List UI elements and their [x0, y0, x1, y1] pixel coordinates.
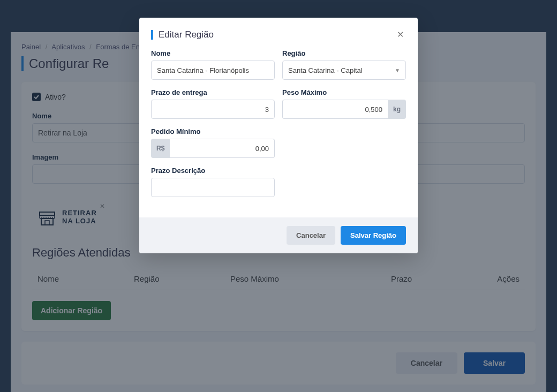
peso-label: Peso Máximo [282, 88, 406, 96]
nome-label: Nome [151, 49, 275, 57]
modal-save-button[interactable]: Salvar Região [341, 226, 406, 245]
descricao-input[interactable] [151, 178, 275, 197]
modal-body: Nome Região Santa Catarina - Capital ▼ P… [139, 49, 418, 217]
peso-unit: kg [388, 100, 406, 119]
spacer-col [282, 127, 406, 158]
spacer-col [282, 167, 406, 197]
pedido-label: Pedido Mínimo [151, 127, 275, 135]
close-icon[interactable]: ✕ [395, 27, 406, 42]
modal-field-regiao: Região Santa Catarina - Capital ▼ [282, 49, 406, 80]
prazo-input[interactable] [151, 100, 275, 119]
modal-field-nome: Nome [151, 49, 275, 80]
modal-footer: Cancelar Salvar Região [139, 217, 418, 253]
regiao-label: Região [282, 49, 406, 57]
modal-field-pedido: Pedido Mínimo R$ [151, 127, 275, 158]
modal-field-descricao: Prazo Descrição [151, 167, 275, 197]
modal-field-peso: Peso Máximo kg [282, 88, 406, 119]
nome-input[interactable] [151, 61, 275, 80]
pedido-input[interactable] [170, 139, 275, 158]
peso-input[interactable] [282, 100, 388, 119]
modal-title: Editar Região [159, 29, 214, 40]
regiao-selected-value: Santa Catarina - Capital [288, 66, 363, 74]
regiao-select[interactable]: Santa Catarina - Capital ▼ [282, 61, 406, 80]
modal-field-prazo: Prazo de entrega [151, 88, 275, 119]
prazo-label: Prazo de entrega [151, 88, 275, 96]
chevron-down-icon: ▼ [395, 67, 400, 73]
modal-header: Editar Região ✕ [139, 18, 418, 49]
modal-title-accent [151, 30, 153, 40]
edit-region-modal: Editar Região ✕ Nome Região Santa Catari… [139, 18, 418, 253]
descricao-label: Prazo Descrição [151, 167, 275, 175]
currency-prefix: R$ [151, 139, 170, 158]
modal-cancel-button[interactable]: Cancelar [287, 226, 335, 245]
